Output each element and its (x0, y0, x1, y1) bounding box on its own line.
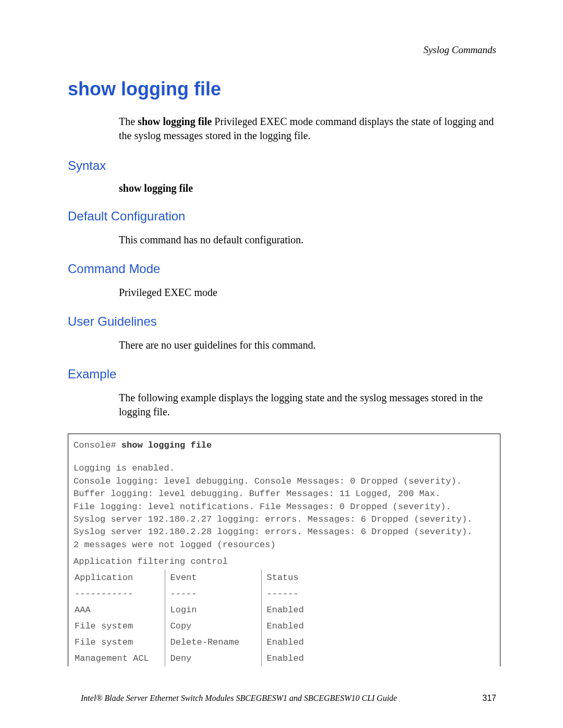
page-number: 317 (482, 694, 496, 703)
console-line: Console logging: level debugging. Consol… (74, 475, 495, 488)
user-guidelines-heading: User Guidelines (68, 314, 500, 329)
example-heading: Example (68, 367, 500, 381)
intro-command: show logging file (138, 116, 212, 127)
command-mode-text: Privileged EXEC mode (119, 286, 500, 300)
section-header: Syslog Commands (423, 44, 496, 56)
command-mode-heading: Command Mode (68, 262, 500, 276)
cell-status: Enabled (261, 650, 495, 667)
console-line: File logging: level notifications. File … (74, 501, 495, 513)
example-text: The following example displays the loggi… (119, 391, 500, 419)
filter-table: Application Event Status ----------- ---… (74, 570, 495, 667)
cell-status: Enabled (261, 618, 495, 634)
console-prompt-line: Console# show logging file (74, 439, 495, 462)
cell-application: AAA (74, 602, 165, 618)
cell-status: Enabled (261, 602, 495, 618)
console-line: Buffer logging: level debugging. Buffer … (74, 488, 495, 500)
filter-title: Application filtering control (74, 554, 495, 570)
default-config-text: This command has no default configuratio… (119, 233, 500, 247)
cell-status: Enabled (261, 634, 495, 650)
header-application: Application (74, 570, 165, 586)
console-prompt: Console# (74, 440, 121, 450)
table-row: File system Delete-Rename Enabled (74, 634, 495, 650)
syntax-heading: Syntax (68, 158, 500, 173)
console-line: Syslog server 192.180.2.28 logging: erro… (74, 526, 495, 538)
table-dash-row: ----------- ----- ------ (74, 586, 495, 602)
console-line: 2 messages were not logged (resources) (74, 539, 495, 551)
cell-event: Copy (165, 618, 261, 634)
cell-event: Deny (165, 650, 261, 667)
dash-cell: ------ (261, 586, 495, 602)
table-row: File system Copy Enabled (74, 618, 495, 634)
header-status: Status (261, 570, 495, 586)
header-event: Event (165, 570, 261, 586)
table-header-row: Application Event Status (74, 570, 495, 586)
footer-text: Intel® Blade Server Ethernet Switch Modu… (81, 694, 397, 703)
intro-prefix: The (119, 116, 138, 127)
console-output: Console# show logging file Logging is en… (68, 434, 500, 554)
table-row: AAA Login Enabled (74, 602, 495, 618)
default-config-heading: Default Configuration (68, 209, 500, 224)
cell-event: Delete-Rename (165, 634, 261, 650)
console-line: Logging is enabled. (74, 462, 495, 475)
table-row: Management ACL Deny Enabled (74, 650, 495, 667)
page-title: show logging file (68, 78, 500, 100)
syntax-text: show logging file (119, 182, 500, 194)
console-command: show logging file (121, 440, 212, 450)
console-line: Syslog server 192.180.2.27 logging: erro… (74, 513, 495, 526)
intro-paragraph: The show logging file Privileged EXEC mo… (119, 115, 500, 143)
page-footer: Intel® Blade Server Ethernet Switch Modu… (0, 694, 563, 703)
cell-application: File system (74, 634, 165, 650)
cell-event: Login (165, 602, 261, 618)
dash-cell: ----- (165, 586, 261, 602)
dash-cell: ----------- (74, 586, 165, 602)
filter-section: Application filtering control Applicatio… (68, 554, 500, 667)
cell-application: Management ACL (74, 650, 165, 667)
user-guidelines-text: There are no user guidelines for this co… (119, 338, 500, 352)
cell-application: File system (74, 618, 165, 634)
